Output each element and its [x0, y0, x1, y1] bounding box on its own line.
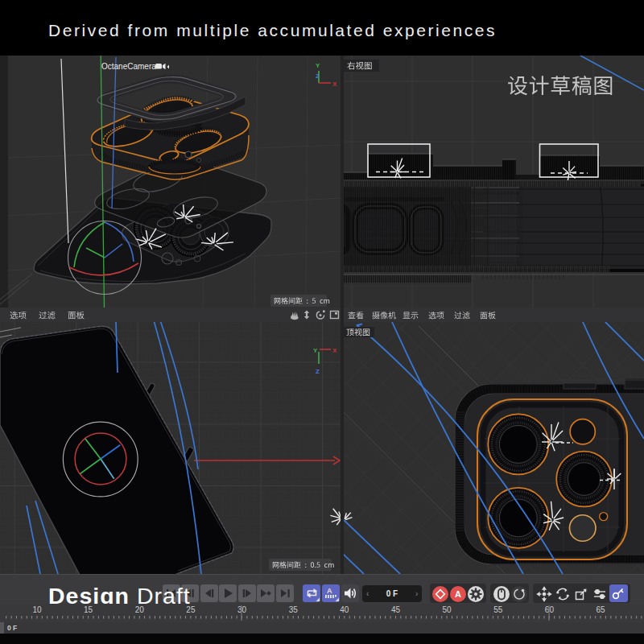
- svg-text:Y: Y: [316, 62, 320, 69]
- svg-text:A: A: [327, 587, 332, 595]
- svg-text:X: X: [332, 347, 337, 354]
- svg-text:Z: Z: [316, 368, 320, 375]
- svg-text:15: 15: [84, 605, 93, 614]
- svg-text:45: 45: [391, 605, 401, 614]
- svg-text:Y: Y: [313, 347, 318, 354]
- svg-text:65: 65: [596, 605, 605, 614]
- svg-text:55: 55: [493, 605, 503, 614]
- svg-text:OctaneCamera: OctaneCamera: [101, 62, 156, 71]
- svg-text:60: 60: [545, 605, 555, 614]
- svg-text:0 F: 0 F: [7, 624, 17, 632]
- svg-text:40: 40: [340, 605, 349, 614]
- svg-text:50: 50: [443, 605, 452, 614]
- svg-text:20: 20: [135, 605, 145, 614]
- svg-text:X: X: [332, 80, 337, 88]
- svg-text:Z: Z: [316, 72, 320, 80]
- svg-text:25: 25: [186, 605, 196, 614]
- svg-text:35: 35: [289, 605, 299, 614]
- svg-text:30: 30: [237, 605, 247, 614]
- svg-text:A: A: [455, 589, 461, 599]
- svg-text:10: 10: [32, 605, 42, 614]
